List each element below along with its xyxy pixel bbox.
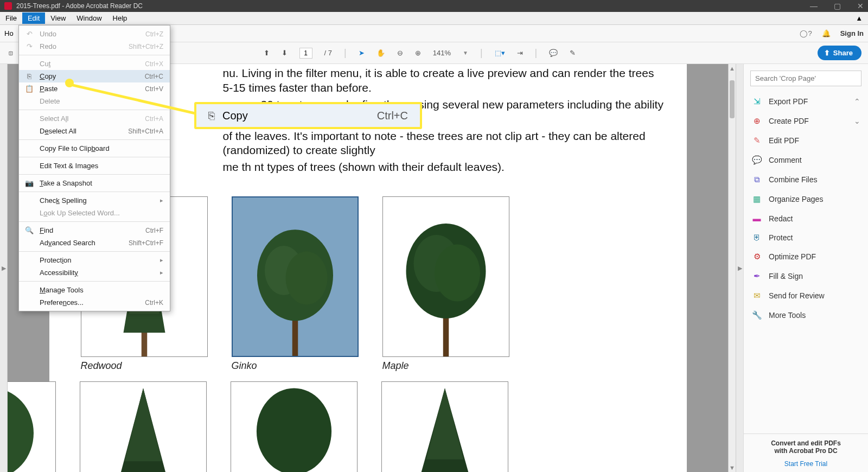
submenu-arrow-icon: ▸ <box>160 197 163 204</box>
menu-label: Deselect All <box>40 127 76 135</box>
undo-icon: ↶ <box>24 30 34 38</box>
menu-item-find[interactable]: 🔍FindCtrl+F <box>19 224 170 237</box>
menu-edit[interactable]: Edit <box>22 12 45 24</box>
page-up-icon[interactable]: ⬆ <box>264 49 270 57</box>
menu-view[interactable]: View <box>45 12 71 24</box>
minimize-button[interactable]: — <box>810 2 818 10</box>
tool-label: Protect <box>769 233 793 242</box>
scrollbar-thumb[interactable] <box>730 80 735 118</box>
menu-file[interactable]: File <box>0 12 22 24</box>
menu-item-select-all: Select AllCtrl+A <box>19 112 170 125</box>
notifications-icon[interactable]: 🔔 <box>822 29 831 37</box>
menu-item-spelling[interactable]: Check Spelling▸ <box>19 194 170 207</box>
toolbar-separator: | <box>535 47 538 59</box>
menu-help[interactable]: Help <box>107 12 133 24</box>
right-gutter[interactable]: ▶ <box>736 64 743 472</box>
menu-window[interactable]: Window <box>71 12 107 24</box>
menu-item-adv-search[interactable]: Advanced SearchShift+Ctrl+F <box>19 237 170 249</box>
copy-icon: ⎘ <box>208 110 215 122</box>
tree-image-maple[interactable] <box>382 196 509 357</box>
menu-item-edit-text[interactable]: Edit Text & Images <box>19 160 170 172</box>
vertical-scrollbar[interactable]: ▲ ▼ <box>728 64 736 472</box>
callout-shortcut: Ctrl+C <box>377 110 408 122</box>
highlight-icon[interactable]: ✎ <box>570 49 576 57</box>
tree-svg <box>245 386 343 472</box>
left-gutter[interactable]: ▶ <box>0 64 8 472</box>
zoom-out-icon[interactable]: ⊖ <box>397 49 403 57</box>
expand-left-icon[interactable]: ▶ <box>2 265 6 272</box>
tool-edit-pdf[interactable]: ✎Edit PDF <box>744 131 868 150</box>
tree-cell: Ginko <box>232 196 359 372</box>
expand-right-icon[interactable]: ▶ <box>738 265 742 272</box>
menu-item-undo: ↶UndoCtrl+Z <box>19 28 170 40</box>
scroll-down-icon[interactable]: ▼ <box>729 464 736 471</box>
menu-item-lookup: Look Up Selected Word... <box>19 207 170 219</box>
tool-send-review[interactable]: ✉Send for Review <box>744 286 868 305</box>
scroll-up-icon[interactable]: ▲ <box>729 65 736 72</box>
tool-organize-pages[interactable]: ▦Organize Pages <box>744 189 868 209</box>
tool-optimize-pdf[interactable]: ⚙Optimize PDF <box>744 247 868 266</box>
share-label: Share <box>833 49 853 57</box>
page-down-icon[interactable]: ⬇ <box>282 49 288 57</box>
selection-tool-icon[interactable]: ➤ <box>359 49 365 57</box>
tool-label: Create PDF <box>769 117 809 125</box>
tools-search-input[interactable] <box>750 71 861 86</box>
tool-more-tools[interactable]: 🔧More Tools <box>744 305 868 325</box>
window-title: 2015-Trees.pdf - Adobe Acrobat Reader DC <box>16 2 143 10</box>
add-comment-icon[interactable]: 💬 <box>549 49 558 57</box>
menu-item-copy[interactable]: ⎘CopyCtrl+C <box>19 70 170 82</box>
organize-pages-icon: ▦ <box>751 194 762 204</box>
copy-icon: ⎘ <box>24 72 34 80</box>
tree-svg <box>396 386 494 472</box>
edit-pdf-icon: ✎ <box>751 136 762 145</box>
tool-export-pdf[interactable]: ⇲Export PDF⌃ <box>744 92 868 111</box>
paste-icon: 📋 <box>24 85 34 93</box>
tool-comment[interactable]: 💬Comment <box>744 150 868 170</box>
menu-item-accessibility[interactable]: Accessibility▸ <box>19 266 170 279</box>
tree-image[interactable] <box>231 381 358 472</box>
tool-protect[interactable]: ⛨Protect <box>744 228 868 247</box>
zoom-level[interactable]: 141% <box>433 49 451 57</box>
menu-label: Accessibility <box>40 269 78 277</box>
comment-icon: 💬 <box>751 155 762 165</box>
fit-width-icon[interactable]: ⬚▾ <box>495 49 505 57</box>
tree-image[interactable] <box>8 381 56 472</box>
help-icon[interactable]: ◯? <box>800 29 812 37</box>
svg-point-7 <box>285 252 327 305</box>
sign-in-button[interactable]: Sign In <box>840 29 864 37</box>
tool-label: Combine Files <box>769 175 817 184</box>
tree-label: Maple <box>382 360 509 372</box>
menu-item-snapshot[interactable]: 📷Take a Snapshot <box>19 177 170 189</box>
zoom-in-icon[interactable]: ⊕ <box>415 49 421 57</box>
maximize-button[interactable]: ▢ <box>834 2 841 10</box>
menu-bar: File Edit View Window Help ▲ <box>0 12 868 25</box>
tree-svg <box>8 386 41 472</box>
page-number-input[interactable] <box>299 48 312 59</box>
tree-image-ginko-selected[interactable] <box>232 196 359 357</box>
menu-item-copy-file[interactable]: Copy File to Clipboard <box>19 142 170 155</box>
tool-redact[interactable]: ▬Redact <box>744 209 868 228</box>
tool-create-pdf[interactable]: ⊕Create PDF⌄ <box>744 111 868 131</box>
zoom-dropdown-icon[interactable]: ▼ <box>463 50 468 56</box>
home-button-truncated[interactable]: Ho <box>4 29 14 37</box>
tree-image[interactable] <box>381 381 508 472</box>
tool-label: Organize Pages <box>769 195 823 203</box>
start-free-trial-link[interactable]: Start Free Trial <box>744 460 868 472</box>
menu-item-preferences[interactable]: Preferences...Ctrl+K <box>19 296 170 309</box>
menubar-collapse-icon[interactable]: ▲ <box>850 14 868 22</box>
send-review-icon: ✉ <box>751 291 762 301</box>
sidebar-toggle-icon[interactable]: ⎅ <box>9 49 13 57</box>
hand-tool-icon[interactable]: ✋ <box>376 49 385 57</box>
svg-point-19 <box>256 388 331 472</box>
tree-image[interactable] <box>80 381 207 472</box>
menu-item-deselect-all[interactable]: Deselect AllShift+Ctrl+A <box>19 125 170 137</box>
tool-fill-sign[interactable]: ✒Fill & Sign <box>744 266 868 286</box>
close-button[interactable]: ✕ <box>857 2 864 10</box>
menu-item-manage-tools[interactable]: Manage Tools <box>19 284 170 296</box>
tool-combine-files[interactable]: ⧉Combine Files <box>744 170 868 189</box>
scrolling-mode-icon[interactable]: ⇥ <box>517 49 523 57</box>
menu-label: Paste <box>40 85 58 93</box>
menu-item-protection[interactable]: Protection▸ <box>19 254 170 266</box>
share-button[interactable]: ⬆ Share <box>818 46 861 60</box>
menu-label: Manage Tools <box>40 286 84 294</box>
